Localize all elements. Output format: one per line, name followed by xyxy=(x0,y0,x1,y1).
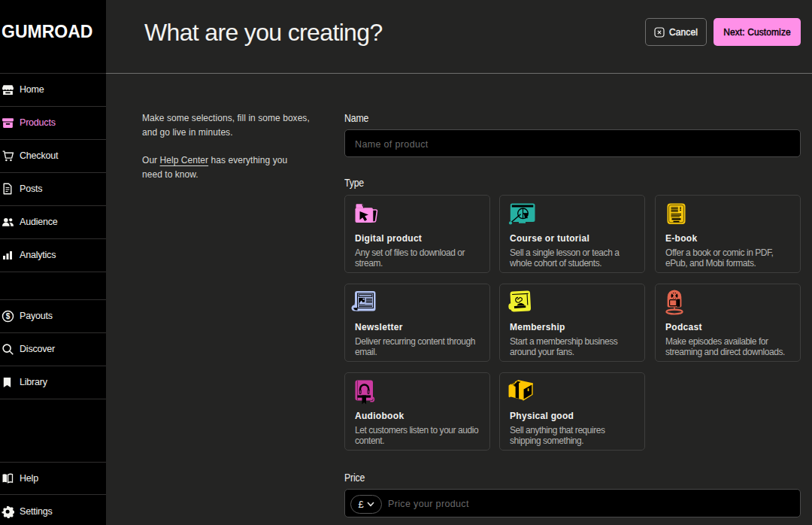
svg-text:$: $ xyxy=(6,312,11,320)
